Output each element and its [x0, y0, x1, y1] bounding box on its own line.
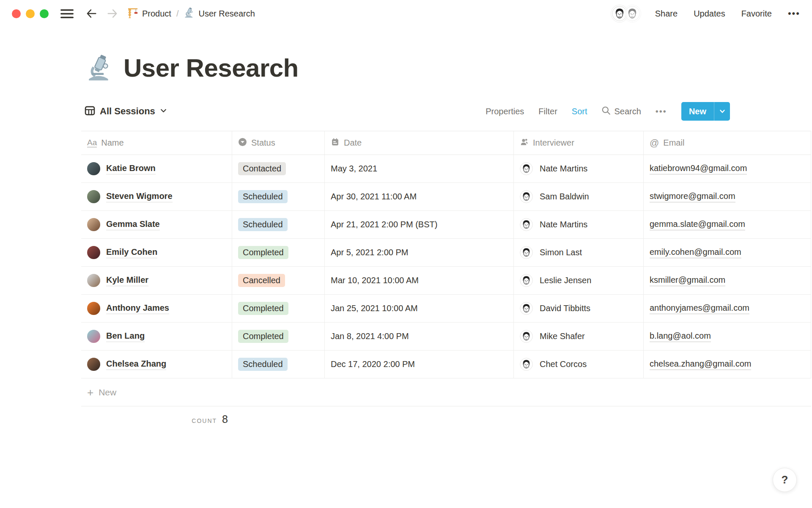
date-cell[interactable]: Apr 21, 2021 2:00 PM (BST) [325, 211, 514, 238]
view-selector[interactable]: All Sessions [85, 105, 167, 118]
interviewer-cell[interactable]: Mike Shafer [514, 323, 644, 350]
interviewer-cell[interactable]: Sam Baldwin [514, 183, 644, 210]
date-cell[interactable]: Mar 10, 2021 10:00 AM [325, 267, 514, 294]
interviewer-avatar [520, 302, 533, 315]
status-cell[interactable]: Scheduled [232, 211, 325, 238]
name-cell[interactable]: Emily Cohen [81, 239, 232, 266]
row-interviewer-name: Nate Martins [540, 220, 587, 229]
status-badge: Scheduled [238, 190, 288, 203]
status-badge: Scheduled [238, 218, 288, 231]
page-more-options-icon[interactable]: ••• [788, 8, 800, 19]
favorite-button[interactable]: Favorite [741, 9, 772, 19]
avatar [87, 330, 100, 343]
breadcrumb-product[interactable]: Product [128, 7, 171, 20]
page-content: User Research All Sessions Properties Fi… [0, 53, 812, 425]
add-row-button[interactable]: + New [81, 378, 811, 406]
column-header-status[interactable]: Status [232, 131, 325, 155]
properties-button[interactable]: Properties [486, 107, 524, 116]
page-title[interactable]: User Research [123, 53, 299, 83]
minimize-window-button[interactable] [26, 9, 35, 18]
table-row: Katie Brown Contacted May 3, 2021 Nate M… [81, 155, 811, 183]
interviewer-cell[interactable]: David Tibbitts [514, 295, 644, 322]
collaborator-avatars[interactable] [611, 5, 641, 22]
date-cell[interactable]: Apr 30, 2021 11:00 AM [325, 183, 514, 210]
date-cell[interactable]: May 3, 2021 [325, 155, 514, 182]
date-cell[interactable]: Jan 25, 2021 10:00 AM [325, 295, 514, 322]
view-more-options-icon[interactable]: ••• [656, 107, 667, 116]
name-cell[interactable]: Steven Wigmore [81, 183, 232, 210]
name-cell[interactable]: Kyle Miller [81, 267, 232, 294]
sort-button[interactable]: Sort [572, 107, 587, 116]
interviewer-cell[interactable]: Leslie Jensen [514, 267, 644, 294]
interviewer-cell[interactable]: Nate Martins [514, 155, 644, 182]
interviewer-avatar [520, 246, 533, 259]
interviewer-cell[interactable]: Simon Last [514, 239, 644, 266]
status-cell[interactable]: Cancelled [232, 267, 325, 294]
table-header-row: Aa Name Status Date Interviewer [81, 131, 811, 155]
sidebar-toggle-icon[interactable] [60, 8, 74, 19]
date-cell[interactable]: Apr 5, 2021 2:00 PM [325, 239, 514, 266]
name-cell[interactable]: Katie Brown [81, 155, 232, 182]
help-button[interactable]: ? [773, 468, 797, 492]
breadcrumb-product-label: Product [142, 9, 171, 19]
email-cell[interactable]: ksmiller@gmail.com [644, 267, 811, 294]
avatar [87, 218, 100, 231]
table-row: Emily Cohen Completed Apr 5, 2021 2:00 P… [81, 239, 811, 267]
column-header-email[interactable]: @ Email [644, 131, 811, 155]
date-cell[interactable]: Dec 17, 2020 2:00 PM [325, 351, 514, 378]
updates-button[interactable]: Updates [694, 9, 725, 19]
close-window-button[interactable] [12, 9, 21, 18]
status-cell[interactable]: Completed [232, 323, 325, 350]
name-cell[interactable]: Ben Lang [81, 323, 232, 350]
row-interviewer-name: David Tibbitts [540, 304, 590, 313]
email-cell[interactable]: gemma.slate@gmail.com [644, 211, 811, 238]
new-record-label[interactable]: New [681, 102, 714, 121]
calendar-icon [331, 138, 340, 149]
row-interviewer-name: Nate Martins [540, 164, 587, 174]
status-cell[interactable]: Completed [232, 239, 325, 266]
zoom-window-button[interactable] [40, 9, 49, 18]
row-interviewer-name: Mike Shafer [540, 331, 585, 341]
page-icon-microscope[interactable] [86, 54, 114, 82]
status-badge: Completed [238, 302, 288, 315]
breadcrumb-user-research[interactable]: User Research [184, 7, 255, 21]
forward-arrow-icon[interactable] [107, 8, 118, 19]
share-button[interactable]: Share [655, 9, 678, 19]
column-label-interviewer: Interviewer [533, 138, 574, 148]
row-name: Emily Cohen [106, 247, 157, 258]
avatar [87, 358, 100, 371]
email-cell[interactable]: chelsea.zhang@gmail.com [644, 351, 811, 378]
email-cell[interactable]: anthonyjames@gmail.com [644, 295, 811, 322]
status-badge: Completed [238, 330, 288, 343]
email-cell[interactable]: stwigmore@gmail.com [644, 183, 811, 210]
breadcrumb-user-research-label: User Research [199, 9, 255, 19]
status-cell[interactable]: Completed [232, 295, 325, 322]
name-cell[interactable]: Anthony James [81, 295, 232, 322]
filter-button[interactable]: Filter [538, 107, 557, 116]
new-record-button[interactable]: New [681, 102, 730, 121]
status-cell[interactable]: Scheduled [232, 351, 325, 378]
back-arrow-icon[interactable] [85, 8, 97, 19]
interviewer-avatar [520, 218, 533, 231]
status-cell[interactable]: Contacted [232, 155, 325, 182]
column-header-date[interactable]: Date [325, 131, 514, 155]
column-header-name[interactable]: Aa Name [81, 131, 232, 155]
column-header-interviewer[interactable]: Interviewer [514, 131, 644, 155]
name-cell[interactable]: Gemma Slate [81, 211, 232, 238]
new-record-dropdown[interactable] [714, 102, 730, 121]
sessions-table: Aa Name Status Date Interviewer [81, 131, 811, 425]
date-cell[interactable]: Jan 8, 2021 4:00 PM [325, 323, 514, 350]
row-date: May 3, 2021 [331, 164, 377, 174]
column-calculation[interactable]: COUNT 8 [81, 413, 232, 425]
search-button[interactable]: Search [601, 106, 641, 117]
status-badge: Completed [238, 246, 288, 259]
interviewer-cell[interactable]: Nate Martins [514, 211, 644, 238]
email-cell[interactable]: b.lang@aol.com [644, 323, 811, 350]
row-name: Gemma Slate [106, 219, 160, 230]
name-cell[interactable]: Chelsea Zhang [81, 351, 232, 378]
email-cell[interactable]: katiebrown94@gmail.com [644, 155, 811, 182]
email-cell[interactable]: emily.cohen@gmail.com [644, 239, 811, 266]
row-interviewer-name: Chet Corcos [540, 359, 587, 369]
interviewer-cell[interactable]: Chet Corcos [514, 351, 644, 378]
status-cell[interactable]: Scheduled [232, 183, 325, 210]
